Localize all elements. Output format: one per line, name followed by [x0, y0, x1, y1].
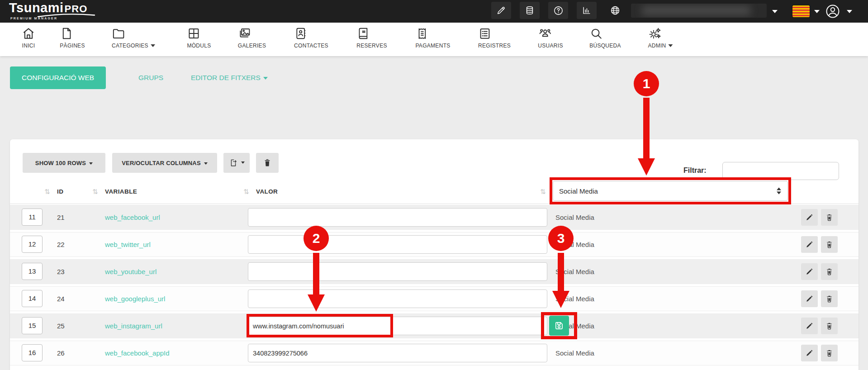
nav-admin[interactable]: ADMIN: [648, 27, 673, 49]
variable-link[interactable]: web_twitter_url: [105, 232, 151, 256]
nav-reserves[interactable]: RESERVES: [356, 27, 387, 49]
table-row-facebook-url: 11 21 web_facebook_url Social Media: [10, 205, 859, 230]
variable-link[interactable]: web_youtube_url: [105, 260, 157, 284]
user-icon: [825, 4, 840, 19]
sort-id-icon[interactable]: ⇅: [44, 188, 50, 196]
nav-inici[interactable]: INICI: [22, 27, 35, 49]
nav-pagaments[interactable]: PAGAMENTS: [415, 27, 450, 49]
edit-button[interactable]: [801, 263, 818, 280]
site-selector[interactable]: [631, 4, 767, 18]
book-icon: [356, 27, 387, 41]
header-variable[interactable]: VARIABLE: [105, 188, 137, 195]
pencil-icon: [805, 294, 814, 303]
gears-icon: [648, 27, 673, 41]
edit-button[interactable]: [801, 236, 818, 253]
tab-configuracio-web[interactable]: CONFIGURACIÓ WEB: [10, 66, 106, 89]
cell-id: 26: [57, 341, 65, 365]
row-number[interactable]: 11: [22, 209, 43, 226]
delete-button[interactable]: [821, 209, 838, 226]
database-icon: [525, 5, 535, 15]
valor-input[interactable]: [248, 262, 547, 281]
valor-input[interactable]: [248, 208, 547, 227]
variable-link[interactable]: web_facebook_appId: [105, 341, 170, 365]
nav-categories[interactable]: CATEGORIES: [112, 27, 155, 49]
filter-label: Filtrar:: [683, 166, 707, 175]
records-list-icon: [478, 27, 511, 41]
app-logo[interactable]: TsunamiPRO PREMIUM MANAGER: [9, 0, 87, 15]
row-number[interactable]: 15: [22, 317, 43, 334]
sort-variable-icon[interactable]: ⇅: [92, 188, 98, 196]
show-rows-button[interactable]: SHOW 100 ROWS: [23, 153, 105, 173]
row-number[interactable]: 13: [22, 263, 43, 280]
logo-tagline: PREMIUM MANAGER: [10, 17, 57, 20]
edit-button[interactable]: [801, 345, 818, 361]
account-button[interactable]: [825, 4, 840, 19]
row-number[interactable]: 16: [22, 344, 43, 361]
contacts-icon: [294, 27, 328, 41]
pencil-icon: [805, 240, 814, 249]
home-icon: [22, 27, 35, 41]
delete-button[interactable]: [821, 236, 838, 253]
delete-button[interactable]: [821, 318, 838, 334]
delete-button[interactable]: [821, 290, 838, 307]
variable-link[interactable]: web_facebook_url: [105, 205, 160, 229]
delete-button[interactable]: [821, 263, 838, 280]
trash-icon: [825, 213, 834, 222]
database-button[interactable]: [520, 2, 540, 19]
language-flag-icon[interactable]: [792, 5, 810, 17]
language-caret-icon[interactable]: [814, 10, 820, 13]
nav-pagines[interactable]: PÀGINES: [60, 27, 85, 49]
search-icon: [589, 27, 621, 41]
header-valor[interactable]: VALOR: [256, 188, 278, 195]
account-caret-icon[interactable]: [847, 10, 852, 13]
help-button[interactable]: [548, 2, 568, 19]
export-caret-icon: [241, 161, 245, 164]
sort-valor-icon[interactable]: ⇅: [243, 188, 249, 196]
category-filter-select[interactable]: Social Media: [553, 181, 788, 201]
save-floppy-icon: [553, 320, 565, 332]
config-table-card: SHOW 100 ROWS VER/OCULTAR COLUMNAS Filtr…: [10, 139, 859, 370]
tab-grups[interactable]: GRUPS: [138, 66, 163, 89]
bulk-delete-button[interactable]: [256, 153, 279, 173]
annotation-arrow-2: [308, 253, 325, 312]
users-icon: [538, 27, 563, 41]
sort-category-icon[interactable]: ⇅: [540, 188, 546, 196]
nav-galeries[interactable]: GALERIES: [238, 27, 266, 49]
row-number[interactable]: 14: [22, 290, 43, 307]
tab-editor-de-fitxers[interactable]: EDITOR DE FITXERS: [191, 66, 268, 89]
cell-id: 23: [57, 260, 65, 284]
row-number[interactable]: 12: [22, 236, 43, 253]
nav-registres[interactable]: REGISTRES: [478, 27, 511, 49]
export-button[interactable]: [223, 153, 250, 173]
nav-contactes[interactable]: CONTACTES: [294, 27, 328, 49]
variable-link[interactable]: web_googleplus_url: [105, 287, 165, 311]
save-button[interactable]: [549, 316, 569, 336]
globe-button[interactable]: [605, 2, 625, 19]
show-rows-caret-icon: [89, 162, 93, 165]
table-row-instagram-url: 15 25 web_instagram_url Social Media: [10, 313, 859, 338]
valor-input[interactable]: [248, 235, 547, 254]
header-id[interactable]: ID: [57, 188, 63, 195]
variable-link[interactable]: web_instagram_url: [105, 314, 162, 338]
nav-usuaris[interactable]: USUARIS: [538, 27, 563, 49]
edit-button[interactable]: [801, 290, 818, 307]
table-row-twitter-url: 12 22 web_twitter_url Social Media: [10, 232, 859, 257]
annotation-arrow-3: [552, 253, 569, 308]
toggle-columns-button[interactable]: VER/OCULTAR COLUMNAS: [112, 153, 217, 173]
stats-button[interactable]: [577, 2, 597, 19]
table-row-facebook-appid: 16 26 web_facebook_appId Social Media: [10, 341, 859, 365]
edit-button[interactable]: [801, 318, 818, 334]
edit-mode-button[interactable]: [491, 2, 511, 19]
pencil-icon: [805, 213, 814, 222]
valor-input[interactable]: [248, 289, 547, 308]
nav-busqueda[interactable]: BÚSQUEDA: [589, 27, 621, 49]
edit-button[interactable]: [801, 209, 818, 226]
modules-grid-icon: [187, 27, 211, 41]
help-icon: [553, 5, 564, 16]
valor-input[interactable]: [248, 317, 547, 335]
nav-moduls[interactable]: MÒDULS: [187, 27, 211, 49]
valor-input[interactable]: [248, 344, 547, 362]
cell-id: 22: [57, 232, 65, 256]
delete-button[interactable]: [821, 345, 838, 361]
site-selector-caret-icon[interactable]: [772, 10, 778, 13]
